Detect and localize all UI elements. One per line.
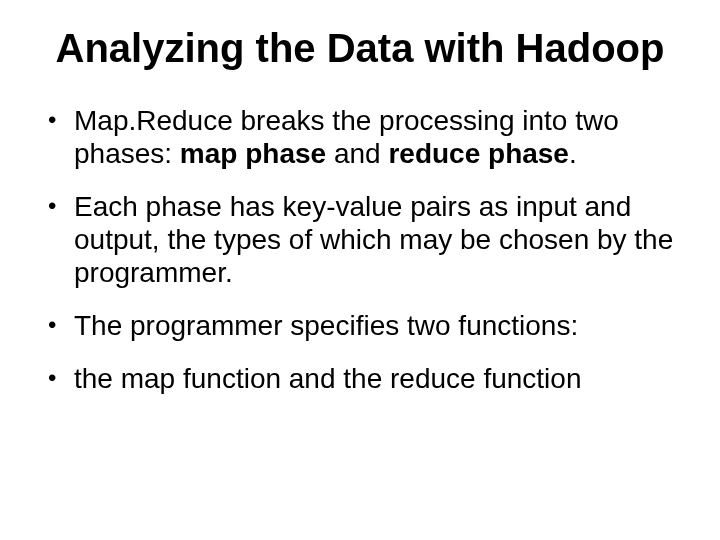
list-item: The programmer specifies two functions: bbox=[40, 309, 680, 342]
bullet-text: Each phase has key-value pairs as input … bbox=[74, 191, 673, 288]
bullet-bold: reduce phase bbox=[388, 138, 569, 169]
bullet-text: the map function and the reduce function bbox=[74, 363, 581, 394]
bullet-list: Map.Reduce breaks the processing into tw… bbox=[40, 104, 680, 395]
bullet-text: and bbox=[326, 138, 388, 169]
bullet-text: The programmer specifies two functions: bbox=[74, 310, 578, 341]
slide-title: Analyzing the Data with Hadoop bbox=[40, 26, 680, 70]
list-item: Each phase has key-value pairs as input … bbox=[40, 190, 680, 289]
list-item: the map function and the reduce function bbox=[40, 362, 680, 395]
bullet-bold: map phase bbox=[180, 138, 326, 169]
bullet-text: . bbox=[569, 138, 577, 169]
list-item: Map.Reduce breaks the processing into tw… bbox=[40, 104, 680, 170]
slide: Analyzing the Data with Hadoop Map.Reduc… bbox=[0, 0, 720, 540]
